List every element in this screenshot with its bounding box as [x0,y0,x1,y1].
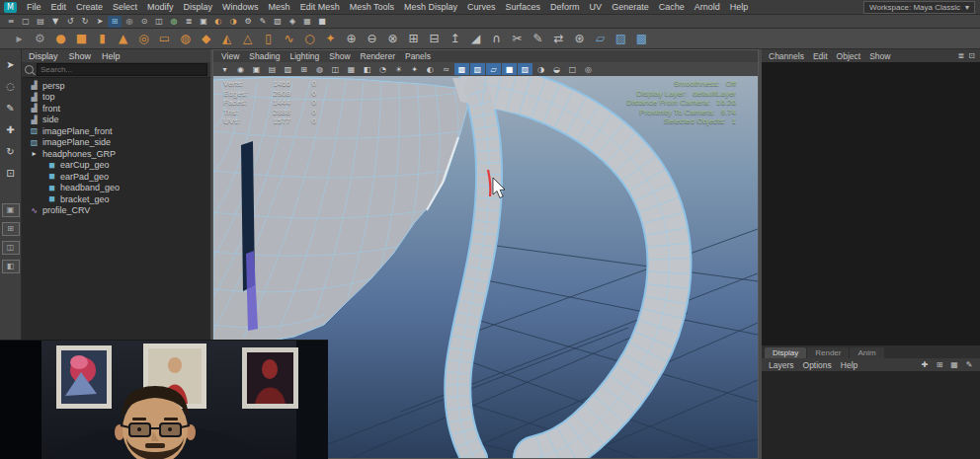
poly-torus-icon[interactable]: ◎ [134,30,153,47]
poly-superellipse-icon[interactable]: ✦ [321,30,340,47]
channel-box-menu[interactable]: Object [837,51,861,61]
menu-item[interactable]: Create [71,2,108,12]
outliner-item-front[interactable]: ▟ front [22,103,210,115]
xray-toggle-icon[interactable]: ▧ [271,16,285,28]
menu-item[interactable]: Display [179,2,218,12]
menu-item[interactable]: Modify [142,2,179,12]
construction-history-icon[interactable]: ≣ [182,16,196,28]
uv-editor-icon[interactable]: ▩ [632,30,651,47]
viewport-menu[interactable]: Shading [249,51,280,61]
outliner-menu[interactable]: Display [29,51,58,61]
layer-editor-menu[interactable]: Layers [769,360,794,370]
multisample-icon[interactable]: ▩ [454,63,469,75]
undo-icon[interactable]: ↺ [63,16,77,28]
redo-icon[interactable]: ↻ [78,16,92,28]
layer-tab-anim[interactable]: Anim [850,347,883,358]
combine-icon[interactable]: ⊞ [404,30,423,47]
wireframe-on-shaded-icon[interactable]: ▱ [486,63,501,75]
paint-select-tool[interactable]: ✎ [3,101,19,115]
menu-item[interactable]: Generate [607,2,654,12]
channel-slider-icon[interactable]: ≣ [958,51,965,60]
outliner-item-imageplane-front[interactable]: ▨ imagePlane_front [22,125,210,137]
channel-box-menu[interactable]: Edit [813,51,828,61]
outliner-item-persp[interactable]: ▟ persp [22,80,210,92]
isolate-select-icon[interactable]: ◎ [581,63,596,75]
outliner-item-headband-geo[interactable]: ◼ headband_geo [22,183,210,194]
workspace-selector[interactable]: Workspace: Maya Classic ▾ [863,1,975,14]
outliner-item-earpad-geo[interactable]: ◼ earPad_geo [22,171,210,183]
poly-soccer-icon[interactable]: ○ [300,30,319,47]
oversampling-icon[interactable]: ◍ [312,63,327,75]
shadows-icon[interactable]: ✦ [407,63,422,75]
menu-item[interactable]: Mesh Display [399,2,462,12]
layout-four-pane[interactable]: ⊞ [2,222,20,236]
render-view-icon[interactable]: ▣ [197,16,210,28]
motion-blur-icon[interactable]: ≈ [439,63,453,75]
move-layer-up-button[interactable]: ✚ [919,360,931,369]
menu-item[interactable]: Mesh Tools [345,2,399,12]
menu-item[interactable]: Cache [654,2,690,12]
gate-mask-icon[interactable]: ◫ [328,63,343,75]
menu-set-selector-icon[interactable]: ≡ [4,16,18,28]
menu-item[interactable]: Edit [46,2,72,12]
snap-plane-icon[interactable]: ◫ [152,16,166,28]
poly-cube-icon[interactable]: ■ [72,30,91,47]
menu-item[interactable]: Arnold [690,2,725,12]
viewport-menu[interactable]: Show [329,51,350,61]
channel-manip-icon[interactable]: ⊡ [968,51,975,60]
menu-item[interactable]: Edit Mesh [295,2,345,12]
layout-single-pane[interactable]: ▣ [2,203,20,217]
viewport-menu[interactable]: Renderer [361,51,395,61]
poly-pipe-icon[interactable]: ▯ [259,30,278,47]
target-weld-icon[interactable]: ⊛ [570,30,589,47]
ipr-render-icon[interactable]: ◑ [226,16,240,28]
shadows-toggle-icon[interactable]: ◒ [549,63,564,75]
layer-editor-menu[interactable]: Options [803,360,832,370]
depth-peeling-icon[interactable]: ▧ [470,63,485,75]
open-scene-icon[interactable]: ▤ [34,16,47,28]
boolean-union-icon[interactable]: ⊕ [342,30,361,47]
menu-item[interactable]: Select [108,2,142,12]
multi-cut-icon[interactable]: ✂ [508,30,527,47]
quad-draw-icon[interactable]: ✎ [529,30,547,47]
poly-platonic-icon[interactable]: ◆ [197,30,215,47]
menu-item[interactable]: Curves [462,2,501,12]
poly-cone-icon[interactable]: ▲ [114,30,132,47]
poly-disc-icon[interactable]: ◍ [176,30,195,47]
menu-item[interactable]: Surfaces [501,2,546,12]
viewport-menu[interactable]: Panels [405,51,431,61]
boolean-intersect-icon[interactable]: ⊗ [383,30,402,47]
outliner-item-bracket-geo[interactable]: ◼ bracket_geo [22,193,210,205]
layer-tab-display[interactable]: Display [765,347,806,358]
viewport-menu[interactable]: Lighting [289,51,319,61]
new-scene-icon[interactable]: ▢ [19,16,33,28]
snap-curve-icon[interactable]: ◎ [122,16,136,28]
menu-item[interactable]: UV [585,2,608,12]
ambient-occlusion-icon[interactable]: ◐ [423,63,438,75]
new-layer-from-selected-button[interactable]: ▦ [948,360,960,369]
outliner-item-side[interactable]: ▟ side [22,115,210,126]
menu-item[interactable]: File [22,2,46,12]
planar-uv-icon[interactable]: ▱ [591,30,610,47]
layer-list[interactable] [762,371,980,459]
layout-outliner-persp[interactable]: ◧ [2,260,20,273]
menu-item[interactable]: Deform [545,2,585,12]
field-chart-icon[interactable]: ▦ [344,63,359,75]
menu-item[interactable]: Mesh [264,2,295,12]
outliner-item-earcup-geo[interactable]: ◼ earCup_geo [22,160,210,172]
maya-app-icon[interactable]: M [4,2,17,13]
mirror-icon[interactable]: ⇄ [549,30,568,47]
separate-icon[interactable]: ⊟ [425,30,444,47]
pan-zoom-icon[interactable]: ⊞ [296,63,311,75]
shelf-tab-left-icon[interactable]: ▸ [10,30,29,47]
lighting-icon[interactable]: ☀ [391,63,406,75]
select-tool[interactable]: ➤ [3,57,19,72]
outliner-menu[interactable]: Show [69,51,92,61]
snap-grid-icon[interactable]: ⊞ [108,16,122,28]
extrude-icon[interactable]: ↥ [446,30,464,47]
bevel-icon[interactable]: ◢ [466,30,485,47]
lock-camera-icon[interactable]: ◉ [233,63,248,75]
move-tool[interactable]: ✚ [3,122,19,137]
poly-prism-icon[interactable]: △ [238,30,257,47]
camera-select-icon[interactable]: ▾ [217,63,232,75]
